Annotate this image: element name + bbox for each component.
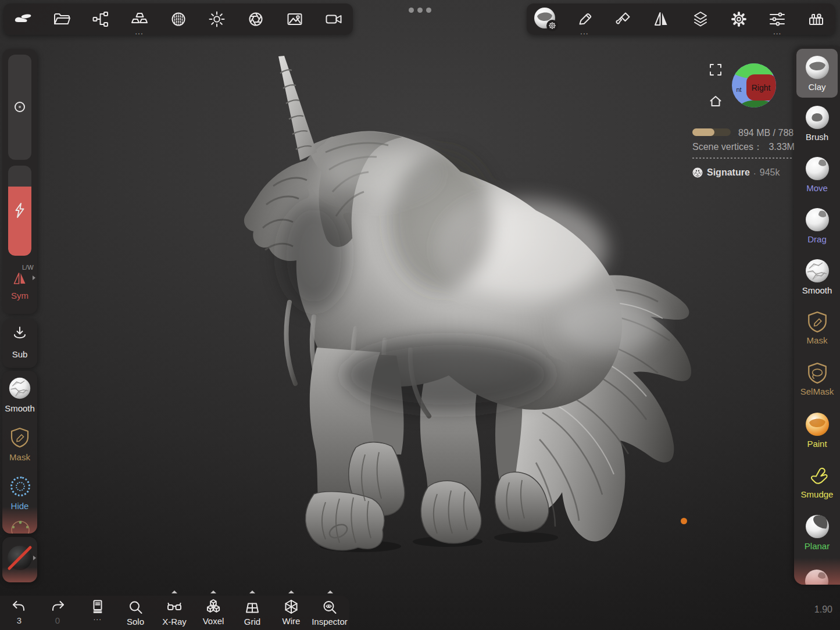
- smooth-ball-icon: [805, 258, 830, 284]
- hide-dotted-icon: [10, 477, 30, 496]
- sub-button[interactable]: Sub: [2, 349, 37, 359]
- layers-button[interactable]: [681, 3, 720, 35]
- alpha-expand-arrow-icon[interactable]: [33, 556, 36, 560]
- tool-label: SelMask: [800, 386, 834, 396]
- notes-button[interactable]: ...: [83, 596, 112, 630]
- sub-panel: Sub: [2, 319, 37, 368]
- xray-button[interactable]: X-Ray: [159, 596, 190, 630]
- background-button[interactable]: [275, 3, 314, 35]
- alpha-panel: [2, 537, 37, 582]
- home-view-icon[interactable]: [709, 95, 722, 108]
- tool-sidebar: Clay Brush Move Drag: [794, 46, 840, 585]
- layers-icon: [692, 10, 709, 28]
- video-camera-icon: [325, 10, 342, 28]
- caret-up-icon: [288, 590, 294, 593]
- tool-clay[interactable]: Clay: [796, 49, 838, 98]
- app-window: ...: [0, 0, 840, 630]
- material-sphere-icon: [532, 6, 559, 33]
- tool-paint[interactable]: Paint: [794, 405, 840, 456]
- bottom-toolbar: 3 0 ... Solo X-Ra: [0, 596, 349, 630]
- lighting-button[interactable]: [198, 3, 237, 35]
- tool-selmask[interactable]: SelMask: [794, 353, 840, 405]
- top-right-toolbar: ...: [527, 3, 835, 35]
- tool-planar[interactable]: Planar: [794, 507, 840, 558]
- voxel-button[interactable]: Voxel: [199, 596, 228, 630]
- hide-quick-button[interactable]: Hide: [2, 501, 37, 511]
- solo-label: Solo: [127, 617, 144, 627]
- caret-up-icon: [249, 590, 255, 593]
- left-tools-panel: Smooth Mask Hide: [2, 371, 37, 534]
- mask-quick-button[interactable]: Mask: [2, 452, 37, 462]
- gizmo-left-label: nt: [736, 86, 741, 93]
- nomad-logo-button[interactable]: [3, 3, 42, 35]
- selmask-shield-icon: [806, 361, 829, 385]
- tool-smooth[interactable]: Smooth: [794, 251, 840, 302]
- left-stroke-panel: L/W Sym: [2, 49, 37, 314]
- tool-move[interactable]: Move: [794, 149, 840, 200]
- object-name: Signature: [707, 167, 750, 178]
- matcap-sphere-icon: [170, 10, 187, 28]
- redo-button[interactable]: 0: [43, 596, 72, 630]
- inspector-button[interactable]: Inspector: [310, 596, 349, 630]
- postprocess-button[interactable]: [237, 3, 276, 35]
- memory-bar-fill: [692, 128, 714, 136]
- voxel-cubes-icon: [205, 599, 222, 616]
- active-material-button[interactable]: [527, 3, 565, 35]
- alpha-off-icon[interactable]: [6, 545, 33, 571]
- mask-shield-icon: [9, 427, 31, 449]
- object-row[interactable]: Signature · 945k: [692, 167, 780, 178]
- tool-mask[interactable]: Mask: [794, 302, 840, 353]
- smooth-quick-button[interactable]: Smooth: [2, 403, 37, 413]
- memory-bar: [692, 128, 731, 136]
- mesh-polyhedron-icon: [692, 167, 703, 178]
- material-ingots-icon: [130, 12, 149, 27]
- undo-button[interactable]: 3: [5, 596, 34, 630]
- fullscreen-icon[interactable]: [709, 63, 722, 76]
- redo-count: 0: [55, 615, 60, 625]
- grid-button[interactable]: Grid: [238, 596, 267, 630]
- tool-label: Planar: [805, 541, 830, 551]
- orientation-gizmo[interactable]: Right nt: [731, 63, 777, 108]
- sym-button[interactable]: Sym: [2, 291, 37, 300]
- undo-count: 3: [17, 615, 22, 625]
- turntable-button[interactable]: [314, 3, 353, 35]
- files-button[interactable]: [42, 3, 81, 35]
- materials-more: ...: [135, 29, 144, 35]
- painting-button[interactable]: [604, 3, 642, 35]
- tool-brush[interactable]: Brush: [794, 98, 840, 149]
- materials-button[interactable]: ...: [120, 3, 159, 35]
- voxel-label: Voxel: [203, 616, 224, 626]
- environment-button[interactable]: [159, 3, 198, 35]
- tool-label: Smudge: [801, 489, 834, 499]
- vertices-stat: Scene vertices： 3.33M: [692, 141, 795, 153]
- scene-graph-button[interactable]: [81, 3, 120, 35]
- pencil-icon: [576, 10, 594, 28]
- wire-button[interactable]: Wire: [277, 596, 306, 630]
- brush-ball-icon: [805, 105, 830, 130]
- scene-graph-icon: [92, 10, 109, 28]
- inspector-eye-icon: [321, 599, 338, 617]
- sym-expand-arrow-icon[interactable]: [33, 275, 35, 280]
- settings-button[interactable]: [720, 3, 758, 35]
- tool-label: Smooth: [802, 285, 832, 295]
- tool-smudge[interactable]: Smudge: [794, 456, 840, 507]
- symmetry-button[interactable]: [642, 3, 681, 35]
- light-sun-icon: [208, 10, 226, 28]
- camera-aperture-icon: [247, 10, 264, 28]
- debug-toolbox-button[interactable]: [797, 3, 835, 35]
- radius-slider[interactable]: [8, 55, 31, 160]
- stroke-button[interactable]: ...: [565, 3, 603, 35]
- paintbrush-icon: [614, 10, 632, 28]
- solo-button[interactable]: Solo: [121, 596, 150, 630]
- mask-shield-icon: [806, 310, 829, 334]
- wireframe-icon: [283, 599, 300, 616]
- vertices-label: Scene vertices：: [692, 142, 763, 152]
- tool-drag[interactable]: Drag: [794, 200, 840, 251]
- inspector-label: Inspector: [312, 617, 348, 627]
- interface-button[interactable]: ...: [758, 3, 796, 35]
- paint-ball-icon: [805, 411, 830, 437]
- stats-divider: [692, 158, 792, 159]
- undo-icon: [11, 600, 27, 615]
- notebook-icon: [90, 599, 106, 615]
- intensity-slider[interactable]: [8, 166, 31, 256]
